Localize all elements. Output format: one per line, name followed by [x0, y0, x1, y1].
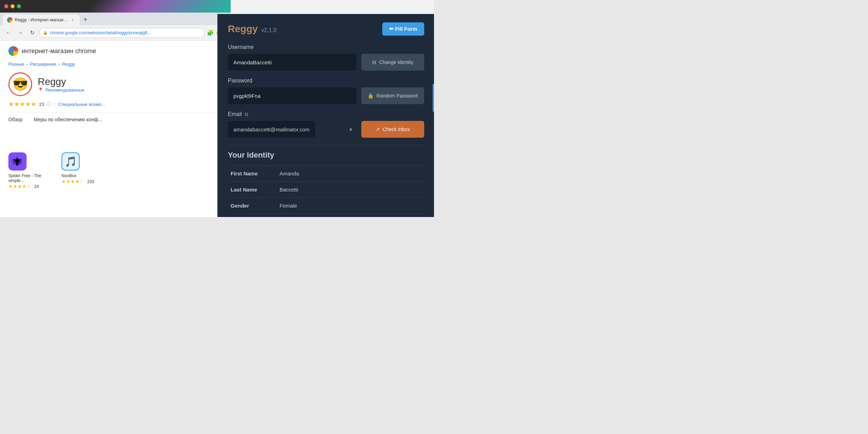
scrollbar-indicator	[433, 84, 434, 112]
password-section: Password 🔒 Random Password	[228, 78, 424, 104]
tab-privacy[interactable]: Меры по обеспечению конф...	[34, 117, 102, 124]
password-row: 🔒 Random Password	[228, 87, 424, 104]
review-count: 23	[39, 102, 44, 107]
breadcrumb-sep-2: ›	[58, 62, 60, 67]
recommended-label: Рекомендованные	[45, 87, 84, 93]
identity-value-gender: Female	[277, 198, 424, 214]
tab-favicon	[7, 17, 13, 23]
fill-form-button[interactable]: ✏ Fill Form	[382, 22, 425, 36]
info-icon: ⓘ	[47, 101, 51, 107]
stars: ★★★★★	[8, 100, 36, 108]
ext2-count: 233	[87, 179, 94, 184]
identity-value-firstname: Amanda	[277, 166, 424, 182]
identity-title: Your Identity	[228, 151, 424, 160]
extension-header: 😎 Reggy 📍 Рекомендованные	[8, 72, 222, 96]
reggy-title: Reggy	[228, 23, 258, 35]
identity-table: First Name Amanda Last Name Baccetti Gen…	[228, 165, 424, 217]
breadcrumb-sep-1: ›	[26, 62, 28, 67]
copy-icon[interactable]: ⧉	[245, 111, 248, 117]
reggy-panel: Reggy v2.1.0 ✏ Fill Form Username ⊟ Chan…	[217, 14, 434, 217]
email-label: Email	[228, 111, 242, 117]
chrome-logo	[8, 46, 18, 56]
email-section: Email ⧉ amandabaccetti@mailinator.com ↗ …	[228, 111, 424, 138]
identity-label-gender: Gender	[228, 198, 277, 214]
divider	[8, 112, 222, 113]
new-tab-button[interactable]: +	[80, 14, 91, 25]
username-row: ⊟ Change Identity	[228, 54, 424, 71]
identity-value-dob: 1998-02-26	[277, 214, 424, 217]
identity-value-lastname: Baccetti	[277, 182, 424, 198]
traffic-lights	[4, 4, 21, 8]
email-select[interactable]: amandabaccetti@mailinator.com	[228, 121, 315, 138]
lock-icon: 🔒	[43, 30, 48, 35]
address-text: chrome.google.com/webstore/detail/reggy/…	[50, 30, 151, 35]
tab-title: Reggy - Интернет-магазин C...	[15, 17, 68, 22]
ext2-name: NooBox	[62, 173, 103, 178]
tab-navigation: Обзор Меры по обеспечению конф...	[8, 117, 222, 124]
breadcrumb: Разные › Расширения › Reggy	[8, 62, 222, 67]
change-identity-button[interactable]: ⊟ Change Identity	[361, 54, 424, 71]
ext2-stars: ★★★★☆	[62, 179, 84, 184]
separator: |	[54, 102, 55, 107]
username-section: Username ⊟ Change Identity	[228, 44, 424, 71]
identity-row-gender: Gender Female	[228, 198, 424, 214]
ext1-icon: 🕷	[8, 152, 27, 171]
ext1-count: 24	[34, 184, 38, 189]
refresh-button[interactable]: ↻	[27, 28, 37, 38]
tab-overview[interactable]: Обзор	[8, 117, 22, 124]
badge-icon: 📍	[38, 87, 43, 93]
panel-divider	[228, 145, 424, 145]
address-bar[interactable]: 🔒 chrome.google.com/webstore/detail/regg…	[39, 28, 205, 38]
ext1-name: Spider Free - The simple...	[8, 173, 50, 183]
identity-section: Your Identity First Name Amanda Last Nam…	[228, 151, 424, 217]
breadcrumb-item-3[interactable]: Reggy	[62, 62, 75, 67]
ext1-stars: ★★★★☆	[8, 183, 31, 189]
browser-frame: Reggy - Интернет-магазин C... × + ← → ↻ …	[0, 0, 238, 217]
external-link-icon: ↗	[376, 126, 380, 132]
extension-name: Reggy	[38, 76, 84, 87]
identity-label-dob: DOB	[228, 214, 277, 217]
tab-close-button[interactable]: ×	[70, 17, 75, 23]
store-header: интернет-магазин chrome	[8, 46, 222, 56]
identity-row-firstname: First Name Amanda	[228, 166, 424, 182]
reggy-header: Reggy v2.1.0 ✏ Fill Form	[228, 22, 424, 36]
breadcrumb-item-1[interactable]: Разные	[8, 62, 24, 67]
back-button[interactable]: ←	[3, 28, 13, 38]
random-password-label: Random Password	[376, 93, 418, 99]
change-identity-label: Change Identity	[379, 59, 413, 65]
minimize-button[interactable]	[10, 4, 15, 8]
username-label: Username	[228, 44, 424, 50]
forward-button[interactable]: →	[15, 28, 25, 38]
ext-card-1: 🕷 Spider Free - The simple... ★★★★☆ 24	[8, 152, 50, 189]
identity-row-dob: DOB 1998-02-26	[228, 214, 424, 217]
maximize-button[interactable]	[17, 4, 21, 8]
extension-icon: 😎	[8, 72, 32, 96]
close-button[interactable]	[4, 4, 8, 8]
ext2-icon: 🎵	[62, 152, 80, 171]
password-input[interactable]	[228, 87, 356, 104]
email-row: amandabaccetti@mailinator.com ↗ Check In…	[228, 121, 424, 138]
breadcrumb-item-2[interactable]: Расширения	[30, 62, 56, 67]
ext-grid: 🕷 Spider Free - The simple... ★★★★☆ 24 🎵…	[8, 152, 222, 189]
active-tab[interactable]: Reggy - Интернет-магазин C... ×	[3, 15, 80, 25]
reggy-title-group: Reggy v2.1.0	[228, 23, 276, 35]
check-inbox-button[interactable]: ↗ Check Inbox	[361, 121, 424, 138]
random-password-button[interactable]: 🔒 Random Password	[361, 87, 424, 104]
username-input[interactable]	[228, 54, 356, 71]
reggy-version: v2.1.0	[261, 27, 277, 34]
email-label-row: Email ⧉	[228, 111, 424, 117]
identity-row-lastname: Last Name Baccetti	[228, 182, 424, 198]
page-content: интернет-магазин chrome Разные › Расшире…	[0, 41, 231, 217]
check-inbox-label: Check Inbox	[383, 126, 410, 132]
identity-label-lastname: Last Name	[228, 182, 277, 198]
change-identity-icon: ⊟	[372, 59, 376, 65]
identity-label-firstname: First Name	[228, 166, 277, 182]
store-title: интернет-магазин chrome	[22, 48, 96, 55]
rating-row: ★★★★★ 23 ⓘ | Специальные возмо...	[8, 100, 222, 108]
special-link[interactable]: Специальные возмо...	[58, 102, 105, 107]
lock-icon: 🔒	[368, 93, 374, 99]
extensions-icon[interactable]: 🧩	[207, 29, 214, 36]
recommended-badge: 📍 Рекомендованные	[38, 87, 84, 93]
password-label: Password	[228, 78, 424, 84]
ext-card-2: 🎵 NooBox ★★★★☆ 233	[62, 152, 103, 189]
